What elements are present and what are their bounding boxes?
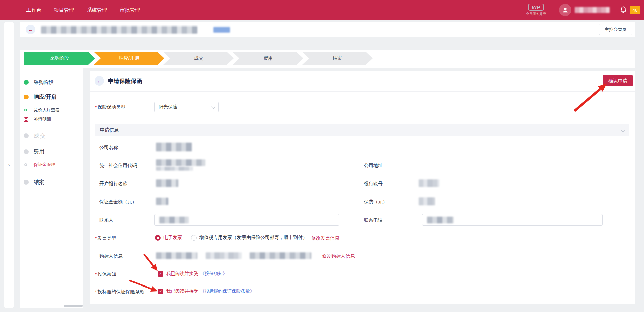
- premium-label: 保费（元）: [364, 199, 387, 205]
- insurance-type-select[interactable]: 阳光保险: [154, 102, 219, 112]
- confirm-apply-button[interactable]: 确认申请: [603, 75, 633, 86]
- notice-doc-link[interactable]: 《投保须知》: [200, 271, 227, 277]
- redacted-premium: [419, 197, 435, 205]
- deposit-amount-label: 保证金金额（元）: [99, 199, 137, 205]
- nav-item-workbench[interactable]: 工作台: [26, 7, 41, 13]
- contact-phone-label: 联系电话: [364, 217, 383, 223]
- radio-vat-invoice[interactable]: [191, 235, 197, 241]
- ring-icon: [24, 109, 27, 111]
- redacted-buyer-name: [156, 252, 197, 259]
- form-back-button[interactable]: ←: [95, 76, 104, 86]
- redacted-bank-account: [419, 179, 439, 187]
- redacted-bank-name: [156, 179, 178, 187]
- step-response-open: 响应/开启: [94, 52, 164, 65]
- company-name-label: 公司名称: [99, 145, 118, 151]
- hourglass-icon: [24, 117, 29, 122]
- step-procurement: 采购阶段: [24, 52, 95, 65]
- dot-todo-icon: [24, 149, 29, 154]
- contact-person-label: 联系人: [99, 217, 113, 223]
- contact-phone-input[interactable]: [422, 214, 603, 226]
- ring-icon: [24, 163, 27, 166]
- user-avatar[interactable]: [559, 4, 571, 16]
- check-icon: ✓: [159, 272, 162, 276]
- invoice-options: 电子发票 增值税专用发票（发票由保险公司邮寄，顺丰到付）: [155, 235, 307, 241]
- notice-row-label: * 投保须知: [95, 271, 116, 277]
- chevron-down-icon: [621, 127, 625, 132]
- bell-icon[interactable]: [619, 6, 627, 14]
- notice-agree-text: 我已阅读并接受: [166, 271, 198, 277]
- stage-sidebar: 采购阶段 响应/开启 竞价大厅查看 补填明细 成交 费用 保证金管理 结案: [20, 68, 83, 308]
- dot-done-icon: [24, 80, 29, 85]
- redacted-deposit-amount: [156, 198, 168, 205]
- top-nav: 工作台 项目管理 系统管理 审批管理 VIP 会员服务升级 46: [0, 0, 644, 20]
- notice-checkbox[interactable]: ✓: [158, 271, 163, 277]
- terms-checkbox[interactable]: ✓: [158, 289, 163, 294]
- breadcrumb-bar: ← 主控台首页: [20, 22, 635, 37]
- credit-code-label: 统一社会信用代码: [99, 163, 137, 169]
- radio-electronic-invoice-label[interactable]: 电子发票: [163, 235, 182, 241]
- phase-stepper: 采购阶段 响应/开启 成交 费用 结案: [20, 50, 635, 68]
- redacted-project-title: [41, 26, 197, 34]
- radio-vat-invoice-label[interactable]: 增值税专用发票（发票由保险公司邮寄，顺丰到付）: [199, 235, 307, 241]
- notification-count-badge: 46: [630, 6, 640, 14]
- vip-upgrade-label: 会员服务升级: [522, 12, 550, 16]
- notice-label: 投保须知: [97, 271, 116, 277]
- nav-item-system[interactable]: 系统管理: [87, 7, 107, 13]
- redacted-buyer-id: [206, 252, 241, 259]
- back-arrow-icon: ←: [28, 27, 33, 33]
- console-home-button[interactable]: 主控台首页: [599, 24, 632, 35]
- terms-agree-text: 我已阅读并接受: [166, 288, 198, 294]
- radio-electronic-invoice[interactable]: [155, 235, 161, 241]
- redacted-status-tag: [213, 27, 230, 33]
- vip-upgrade[interactable]: VIP 会员服务升级: [522, 4, 550, 16]
- invoice-type-label: 发票类型: [97, 235, 116, 241]
- terms-doc-link[interactable]: 《投标履约保证保险条款》: [200, 288, 255, 294]
- page-back-button[interactable]: ←: [26, 25, 35, 34]
- horizontal-scrollbar[interactable]: [64, 305, 83, 307]
- step-fees: 费用: [233, 52, 303, 65]
- nav-item-approval[interactable]: 审批管理: [120, 7, 140, 13]
- redacted-company-name: [156, 143, 192, 151]
- redacted-credit-code: [156, 159, 205, 166]
- dot-current-icon: [24, 95, 29, 99]
- edit-invoice-link[interactable]: 修改发票信息: [311, 235, 339, 241]
- terms-label: 投标履约保证保险条款: [97, 289, 144, 295]
- back-arrow-icon: ←: [97, 78, 102, 84]
- bank-name-label: 开户银行名称: [99, 181, 127, 187]
- invoice-type-row: * 发票类型: [95, 235, 116, 241]
- form-title: 申请保险保函: [108, 77, 142, 85]
- notice-agree-row: ✓ 我已阅读并接受 《投保须知》: [158, 271, 227, 277]
- side-rail: ›: [4, 22, 14, 308]
- insurance-type-row: * 保险保函类型: [95, 104, 125, 110]
- redacted-buyer-contact: [250, 252, 311, 259]
- nav-right: VIP 会员服务升级 46: [522, 0, 640, 20]
- redacted-credit-code: [156, 167, 193, 171]
- edit-buyer-link[interactable]: 修改购标人信息: [322, 253, 355, 259]
- redacted-contact-person: [159, 217, 189, 223]
- terms-row-label: * 投标履约保证保险条款: [95, 289, 144, 295]
- section-title: 申请信息: [100, 127, 119, 133]
- expand-panel-icon[interactable]: ›: [8, 162, 10, 168]
- step-deal: 成交: [163, 52, 234, 65]
- redacted-username: [575, 7, 610, 13]
- vip-icon: VIP: [528, 4, 544, 11]
- nav-item-projects[interactable]: 项目管理: [54, 7, 74, 13]
- person-icon: [561, 6, 569, 14]
- chevron-down-icon: [211, 104, 216, 109]
- contact-person-input[interactable]: [154, 214, 339, 226]
- company-address-label: 公司地址: [364, 163, 383, 169]
- section-apply-info[interactable]: 申请信息: [95, 124, 629, 136]
- dot-todo-icon: [24, 180, 29, 185]
- insurance-type-value: 阳光保险: [159, 104, 177, 110]
- insurance-type-label: 保险保函类型: [97, 104, 125, 110]
- redacted-contact-phone: [427, 217, 454, 223]
- buyer-info-label: 购标人信息: [99, 253, 123, 259]
- terms-agree-row: ✓ 我已阅读并接受 《投标履约保证保险条款》: [158, 288, 255, 294]
- page: 工作台 项目管理 系统管理 审批管理 VIP 会员服务升级 46 › ←: [0, 0, 644, 312]
- dot-todo-icon: [24, 133, 29, 138]
- main-menu: 工作台 项目管理 系统管理 审批管理: [0, 7, 140, 13]
- apply-insurance-form: ← 申请保险保函 确认申请 * 保险保函类型 阳光保险 申请信息 公司名称 统一…: [90, 71, 635, 304]
- check-icon: ✓: [159, 289, 162, 294]
- step-close: 结案: [302, 52, 373, 65]
- divider: [90, 91, 635, 92]
